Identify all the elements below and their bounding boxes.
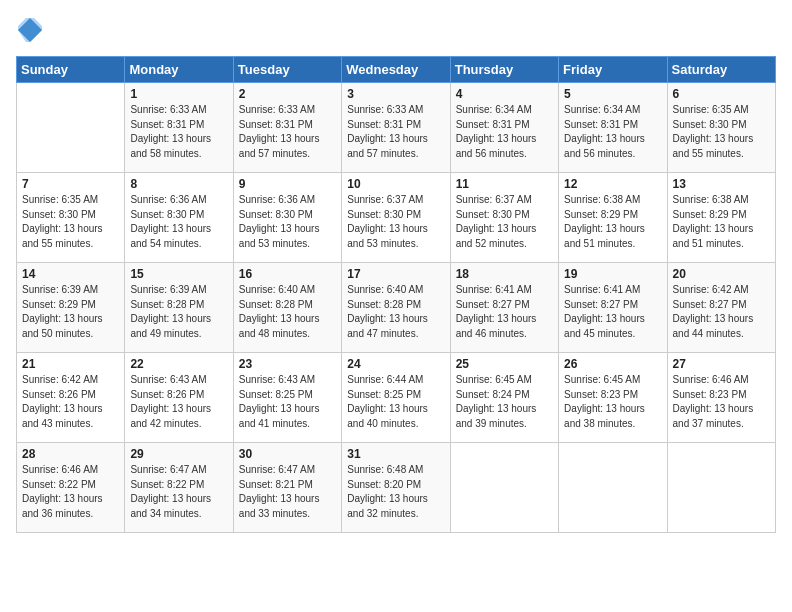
calendar-cell: 29Sunrise: 6:47 AM Sunset: 8:22 PM Dayli…	[125, 443, 233, 533]
column-header-wednesday: Wednesday	[342, 57, 450, 83]
calendar-cell: 1Sunrise: 6:33 AM Sunset: 8:31 PM Daylig…	[125, 83, 233, 173]
day-number: 2	[239, 87, 336, 101]
cell-content: Sunrise: 6:45 AM Sunset: 8:23 PM Dayligh…	[564, 373, 661, 431]
day-number: 15	[130, 267, 227, 281]
column-header-thursday: Thursday	[450, 57, 558, 83]
day-number: 3	[347, 87, 444, 101]
column-header-sunday: Sunday	[17, 57, 125, 83]
logo	[16, 16, 48, 44]
cell-content: Sunrise: 6:40 AM Sunset: 8:28 PM Dayligh…	[347, 283, 444, 341]
day-number: 21	[22, 357, 119, 371]
calendar-cell	[450, 443, 558, 533]
calendar-cell: 8Sunrise: 6:36 AM Sunset: 8:30 PM Daylig…	[125, 173, 233, 263]
cell-content: Sunrise: 6:41 AM Sunset: 8:27 PM Dayligh…	[456, 283, 553, 341]
calendar-cell: 12Sunrise: 6:38 AM Sunset: 8:29 PM Dayli…	[559, 173, 667, 263]
calendar-cell: 4Sunrise: 6:34 AM Sunset: 8:31 PM Daylig…	[450, 83, 558, 173]
cell-content: Sunrise: 6:33 AM Sunset: 8:31 PM Dayligh…	[130, 103, 227, 161]
calendar-cell: 20Sunrise: 6:42 AM Sunset: 8:27 PM Dayli…	[667, 263, 775, 353]
calendar-cell: 26Sunrise: 6:45 AM Sunset: 8:23 PM Dayli…	[559, 353, 667, 443]
cell-content: Sunrise: 6:42 AM Sunset: 8:26 PM Dayligh…	[22, 373, 119, 431]
calendar-cell: 2Sunrise: 6:33 AM Sunset: 8:31 PM Daylig…	[233, 83, 341, 173]
cell-content: Sunrise: 6:37 AM Sunset: 8:30 PM Dayligh…	[456, 193, 553, 251]
column-header-tuesday: Tuesday	[233, 57, 341, 83]
day-number: 22	[130, 357, 227, 371]
calendar-cell	[17, 83, 125, 173]
cell-content: Sunrise: 6:33 AM Sunset: 8:31 PM Dayligh…	[347, 103, 444, 161]
cell-content: Sunrise: 6:37 AM Sunset: 8:30 PM Dayligh…	[347, 193, 444, 251]
calendar-cell: 11Sunrise: 6:37 AM Sunset: 8:30 PM Dayli…	[450, 173, 558, 263]
calendar-cell: 6Sunrise: 6:35 AM Sunset: 8:30 PM Daylig…	[667, 83, 775, 173]
day-number: 20	[673, 267, 770, 281]
calendar-cell: 14Sunrise: 6:39 AM Sunset: 8:29 PM Dayli…	[17, 263, 125, 353]
day-number: 28	[22, 447, 119, 461]
calendar-cell: 24Sunrise: 6:44 AM Sunset: 8:25 PM Dayli…	[342, 353, 450, 443]
calendar-cell: 28Sunrise: 6:46 AM Sunset: 8:22 PM Dayli…	[17, 443, 125, 533]
page-header	[16, 16, 776, 44]
cell-content: Sunrise: 6:34 AM Sunset: 8:31 PM Dayligh…	[456, 103, 553, 161]
calendar-cell: 22Sunrise: 6:43 AM Sunset: 8:26 PM Dayli…	[125, 353, 233, 443]
logo-icon	[16, 16, 44, 44]
day-number: 19	[564, 267, 661, 281]
day-number: 6	[673, 87, 770, 101]
day-number: 18	[456, 267, 553, 281]
cell-content: Sunrise: 6:41 AM Sunset: 8:27 PM Dayligh…	[564, 283, 661, 341]
calendar-cell	[559, 443, 667, 533]
day-number: 7	[22, 177, 119, 191]
calendar-cell: 27Sunrise: 6:46 AM Sunset: 8:23 PM Dayli…	[667, 353, 775, 443]
calendar-table: SundayMondayTuesdayWednesdayThursdayFrid…	[16, 56, 776, 533]
calendar-cell: 7Sunrise: 6:35 AM Sunset: 8:30 PM Daylig…	[17, 173, 125, 263]
cell-content: Sunrise: 6:35 AM Sunset: 8:30 PM Dayligh…	[673, 103, 770, 161]
day-number: 26	[564, 357, 661, 371]
cell-content: Sunrise: 6:42 AM Sunset: 8:27 PM Dayligh…	[673, 283, 770, 341]
day-number: 16	[239, 267, 336, 281]
cell-content: Sunrise: 6:46 AM Sunset: 8:22 PM Dayligh…	[22, 463, 119, 521]
svg-marker-1	[18, 18, 42, 42]
cell-content: Sunrise: 6:36 AM Sunset: 8:30 PM Dayligh…	[239, 193, 336, 251]
cell-content: Sunrise: 6:33 AM Sunset: 8:31 PM Dayligh…	[239, 103, 336, 161]
cell-content: Sunrise: 6:34 AM Sunset: 8:31 PM Dayligh…	[564, 103, 661, 161]
calendar-cell: 13Sunrise: 6:38 AM Sunset: 8:29 PM Dayli…	[667, 173, 775, 263]
day-number: 5	[564, 87, 661, 101]
day-number: 31	[347, 447, 444, 461]
cell-content: Sunrise: 6:47 AM Sunset: 8:22 PM Dayligh…	[130, 463, 227, 521]
cell-content: Sunrise: 6:38 AM Sunset: 8:29 PM Dayligh…	[673, 193, 770, 251]
cell-content: Sunrise: 6:35 AM Sunset: 8:30 PM Dayligh…	[22, 193, 119, 251]
cell-content: Sunrise: 6:36 AM Sunset: 8:30 PM Dayligh…	[130, 193, 227, 251]
cell-content: Sunrise: 6:44 AM Sunset: 8:25 PM Dayligh…	[347, 373, 444, 431]
day-number: 4	[456, 87, 553, 101]
calendar-cell: 21Sunrise: 6:42 AM Sunset: 8:26 PM Dayli…	[17, 353, 125, 443]
day-number: 10	[347, 177, 444, 191]
column-header-friday: Friday	[559, 57, 667, 83]
day-number: 11	[456, 177, 553, 191]
cell-content: Sunrise: 6:43 AM Sunset: 8:25 PM Dayligh…	[239, 373, 336, 431]
day-number: 8	[130, 177, 227, 191]
calendar-cell: 19Sunrise: 6:41 AM Sunset: 8:27 PM Dayli…	[559, 263, 667, 353]
day-number: 17	[347, 267, 444, 281]
cell-content: Sunrise: 6:39 AM Sunset: 8:28 PM Dayligh…	[130, 283, 227, 341]
column-header-saturday: Saturday	[667, 57, 775, 83]
cell-content: Sunrise: 6:39 AM Sunset: 8:29 PM Dayligh…	[22, 283, 119, 341]
calendar-cell: 3Sunrise: 6:33 AM Sunset: 8:31 PM Daylig…	[342, 83, 450, 173]
cell-content: Sunrise: 6:43 AM Sunset: 8:26 PM Dayligh…	[130, 373, 227, 431]
cell-content: Sunrise: 6:38 AM Sunset: 8:29 PM Dayligh…	[564, 193, 661, 251]
cell-content: Sunrise: 6:40 AM Sunset: 8:28 PM Dayligh…	[239, 283, 336, 341]
calendar-cell	[667, 443, 775, 533]
day-number: 12	[564, 177, 661, 191]
cell-content: Sunrise: 6:45 AM Sunset: 8:24 PM Dayligh…	[456, 373, 553, 431]
calendar-cell: 30Sunrise: 6:47 AM Sunset: 8:21 PM Dayli…	[233, 443, 341, 533]
day-number: 30	[239, 447, 336, 461]
day-number: 14	[22, 267, 119, 281]
calendar-cell: 9Sunrise: 6:36 AM Sunset: 8:30 PM Daylig…	[233, 173, 341, 263]
calendar-cell: 25Sunrise: 6:45 AM Sunset: 8:24 PM Dayli…	[450, 353, 558, 443]
calendar-cell: 23Sunrise: 6:43 AM Sunset: 8:25 PM Dayli…	[233, 353, 341, 443]
day-number: 23	[239, 357, 336, 371]
day-number: 9	[239, 177, 336, 191]
calendar-cell: 5Sunrise: 6:34 AM Sunset: 8:31 PM Daylig…	[559, 83, 667, 173]
calendar-cell: 31Sunrise: 6:48 AM Sunset: 8:20 PM Dayli…	[342, 443, 450, 533]
day-number: 1	[130, 87, 227, 101]
calendar-cell: 15Sunrise: 6:39 AM Sunset: 8:28 PM Dayli…	[125, 263, 233, 353]
cell-content: Sunrise: 6:47 AM Sunset: 8:21 PM Dayligh…	[239, 463, 336, 521]
calendar-cell: 16Sunrise: 6:40 AM Sunset: 8:28 PM Dayli…	[233, 263, 341, 353]
day-number: 24	[347, 357, 444, 371]
calendar-cell: 10Sunrise: 6:37 AM Sunset: 8:30 PM Dayli…	[342, 173, 450, 263]
